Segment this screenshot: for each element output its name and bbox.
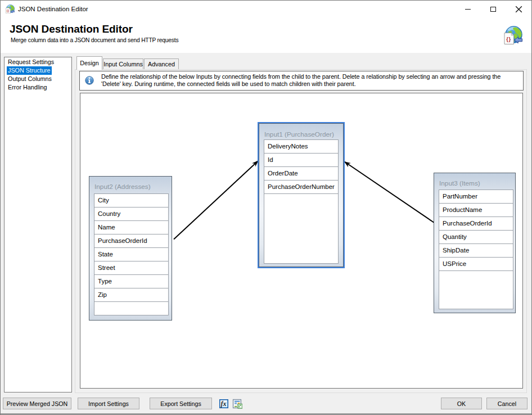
svg-text:fx: fx	[221, 400, 227, 408]
